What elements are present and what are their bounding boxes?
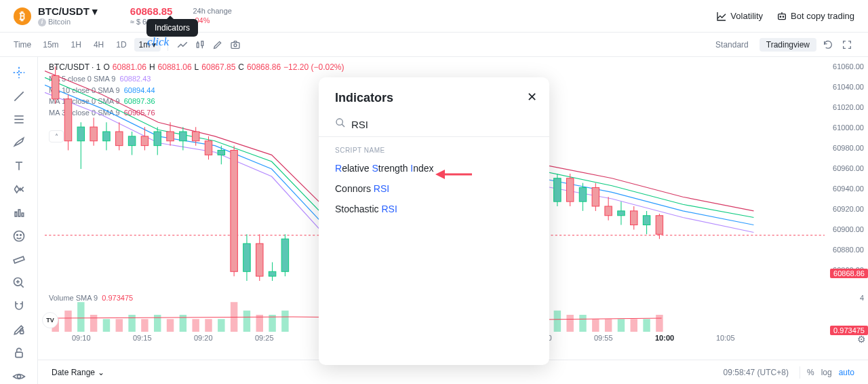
svg-point-1	[780, 16, 781, 17]
candle-style-button[interactable]	[193, 37, 208, 52]
percent-scale-button[interactable]: %	[807, 368, 814, 377]
svg-rect-58	[192, 132, 199, 141]
svg-rect-113	[554, 311, 561, 332]
dropdown-triangle-icon[interactable]: ▾	[92, 5, 98, 18]
interval-1d[interactable]: 1D	[111, 38, 131, 52]
svg-line-26	[20, 285, 23, 288]
svg-rect-116	[592, 319, 599, 332]
svg-point-23	[20, 235, 21, 236]
chevron-down-icon: ⌄	[98, 368, 104, 377]
svg-rect-60	[205, 141, 212, 155]
zoom-tool-icon[interactable]	[9, 275, 28, 290]
svg-rect-32	[16, 352, 22, 358]
emoji-tool-icon[interactable]	[9, 229, 28, 244]
volume-axis-max: 4	[860, 294, 864, 302]
lock-drawings-icon[interactable]	[9, 322, 28, 337]
chart-mode-tradingview[interactable]: Tradingview	[760, 38, 816, 52]
svg-point-122	[336, 119, 342, 125]
svg-rect-0	[778, 14, 786, 19]
btc-icon: ₿	[14, 7, 31, 25]
svg-marker-125	[435, 170, 445, 179]
svg-rect-50	[141, 136, 148, 146]
interval-4h[interactable]: 4H	[89, 38, 108, 52]
svg-point-22	[16, 235, 18, 236]
info-icon: i	[38, 18, 46, 26]
svg-rect-20	[22, 213, 23, 216]
svg-rect-52	[154, 132, 161, 146]
text-tool-icon[interactable]	[9, 159, 28, 174]
svg-rect-62	[218, 151, 224, 155]
svg-point-33	[17, 375, 20, 378]
change-label: 24h change	[193, 7, 232, 16]
tradingview-badge-icon: TV	[42, 312, 58, 328]
svg-rect-46	[116, 132, 123, 146]
script-name-header: SCRIPT NAME	[319, 137, 549, 158]
date-range-dropdown[interactable]: Date Range ⌄	[52, 368, 104, 377]
indicator-search-input[interactable]	[351, 119, 533, 130]
fib-tool-icon[interactable]	[9, 112, 28, 127]
modal-title: Indicators	[319, 91, 549, 113]
click-annotation: click	[147, 35, 169, 49]
price-axis[interactable]: 61060.0061040.0061020.0061000.0060980.00…	[825, 57, 868, 288]
chart-mode-standard[interactable]: Standard	[709, 38, 755, 52]
svg-rect-120	[643, 319, 650, 332]
svg-rect-72	[281, 239, 288, 271]
indicators-button[interactable]	[175, 37, 190, 52]
axis-settings-icon[interactable]: ⚙	[857, 334, 866, 345]
camera-button[interactable]	[228, 37, 243, 52]
unlock-tool-icon[interactable]	[9, 345, 28, 360]
svg-rect-38	[64, 99, 71, 141]
svg-rect-44	[103, 132, 110, 141]
svg-rect-80	[579, 188, 586, 202]
refresh-button[interactable]	[821, 37, 835, 52]
search-icon	[335, 117, 346, 131]
svg-rect-102	[167, 319, 174, 332]
pair-subtitle: Bitcoin	[48, 18, 71, 26]
result-connors-rsi[interactable]: Connors RSI	[319, 178, 549, 199]
pair-info[interactable]: ₿ BTC/USDT ▾ i Bitcoin	[14, 5, 98, 26]
indicators-tooltip: Indicators	[146, 19, 198, 37]
svg-rect-76	[554, 178, 561, 201]
eye-tool-icon[interactable]	[9, 368, 28, 383]
volatility-link[interactable]: Volatility	[716, 11, 763, 22]
svg-rect-19	[18, 210, 20, 216]
svg-point-21	[14, 231, 24, 242]
interval-1h[interactable]: 1H	[66, 38, 86, 52]
trendline-tool-icon[interactable]	[9, 88, 28, 103]
bot-copy-trading-link[interactable]: Bot copy trading	[776, 11, 854, 22]
edit-button[interactable]	[210, 37, 225, 52]
change-value: .04%	[193, 16, 232, 25]
magnet-tool-icon[interactable]	[9, 299, 28, 313]
forecast-tool-icon[interactable]	[9, 206, 28, 220]
svg-rect-119	[631, 319, 637, 332]
auto-scale-button[interactable]: auto	[839, 368, 854, 377]
result-stochastic-rsi[interactable]: Stochastic RSI	[319, 199, 549, 219]
svg-line-123	[342, 124, 344, 127]
svg-rect-31	[20, 331, 23, 334]
svg-rect-56	[180, 132, 186, 141]
crosshair-tool-icon[interactable]	[9, 65, 28, 80]
log-scale-button[interactable]: log	[821, 368, 832, 377]
result-rsi[interactable]: Relative Strength Index	[319, 158, 549, 178]
svg-rect-110	[269, 315, 275, 332]
svg-rect-100	[141, 319, 148, 332]
svg-rect-64	[231, 151, 237, 272]
brush-tool-icon[interactable]	[9, 135, 28, 150]
pair-name: BTC/USDT ▾	[38, 5, 98, 18]
pattern-tool-icon[interactable]	[9, 182, 28, 197]
clock-display: 09:58:47 (UTC+8)	[724, 368, 789, 377]
svg-rect-70	[269, 271, 275, 276]
svg-rect-88	[631, 211, 637, 225]
ruler-tool-icon[interactable]	[9, 252, 28, 267]
svg-rect-95	[77, 302, 84, 332]
fullscreen-button[interactable]	[840, 37, 854, 52]
svg-rect-99	[128, 315, 135, 332]
svg-rect-92	[656, 216, 663, 235]
chart-toolbar: Time 15m 1H 4H 1D 1m ▾ click Standard Tr…	[0, 33, 868, 57]
svg-rect-84	[605, 206, 612, 216]
bot-icon	[776, 11, 787, 22]
svg-rect-111	[281, 311, 288, 332]
close-icon[interactable]: ✕	[527, 90, 537, 104]
interval-15m[interactable]: 15m	[38, 38, 63, 52]
svg-rect-86	[618, 211, 625, 216]
